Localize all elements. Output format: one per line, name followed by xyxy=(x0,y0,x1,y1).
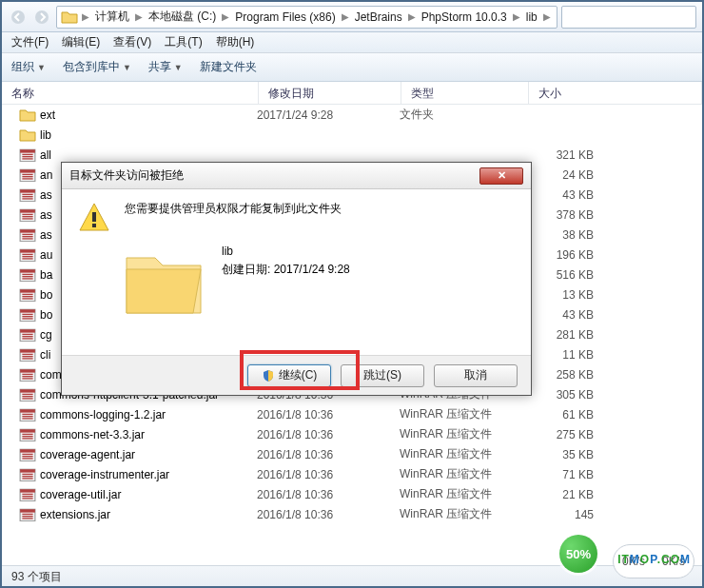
continue-button[interactable]: 继续(C) xyxy=(247,364,331,387)
new-folder-button[interactable]: 新建文件夹 xyxy=(200,59,257,75)
breadcrumb-box[interactable]: ▶计算机 ▶本地磁盘 (C:) ▶Program Files (x86) ▶Je… xyxy=(56,6,557,29)
file-type: WinRAR 压缩文件 xyxy=(400,486,527,502)
svg-rect-18 xyxy=(20,209,35,212)
svg-rect-45 xyxy=(22,316,32,317)
svg-rect-26 xyxy=(22,238,32,239)
menu-edit[interactable]: 编辑(E) xyxy=(62,34,100,50)
crumb[interactable]: 计算机 xyxy=(93,9,131,25)
svg-rect-46 xyxy=(22,318,32,319)
table-row[interactable]: commons-logging-1.2.jar2016/1/8 10:36Win… xyxy=(2,404,702,424)
file-type: WinRAR 压缩文件 xyxy=(400,506,527,522)
svg-rect-43 xyxy=(20,309,35,312)
svg-rect-23 xyxy=(20,229,35,232)
crumb[interactable]: PhpStorm 10.0.3 xyxy=(420,10,509,24)
svg-rect-97 xyxy=(92,212,96,222)
file-size: 145 xyxy=(527,508,594,521)
dialog-titlebar[interactable]: 目标文件夹访问被拒绝 ✕ xyxy=(62,163,531,189)
file-name: coverage-instrumenter.jar xyxy=(40,468,257,481)
svg-rect-51 xyxy=(22,338,32,339)
file-size: 196 KB xyxy=(527,248,594,262)
file-size: 305 KB xyxy=(527,388,594,402)
dialog-created: 创建日期: 2017/1/24 9:28 xyxy=(222,262,350,278)
menu-help[interactable]: 帮助(H) xyxy=(216,34,255,50)
skip-button[interactable]: 跳过(S) xyxy=(341,364,424,387)
archive-icon xyxy=(19,387,36,402)
crumb[interactable]: 本地磁盘 (C:) xyxy=(147,9,218,25)
organize-button[interactable]: 组织 ▼ xyxy=(11,59,46,75)
archive-icon xyxy=(19,147,36,163)
svg-rect-94 xyxy=(22,513,32,514)
nav-forward-button[interactable] xyxy=(31,5,51,29)
share-button[interactable]: 共享 ▼ xyxy=(148,59,183,75)
svg-rect-71 xyxy=(22,418,32,419)
col-date[interactable]: 修改日期 xyxy=(259,82,401,104)
dialog-folder-name: lib xyxy=(222,245,350,258)
svg-rect-61 xyxy=(22,378,32,379)
search-input[interactable] xyxy=(561,6,696,29)
svg-rect-64 xyxy=(22,393,32,394)
file-name: lib xyxy=(40,128,257,142)
dialog-message: 您需要提供管理员权限才能复制到此文件夹 xyxy=(125,201,342,235)
svg-rect-81 xyxy=(22,458,32,459)
menu-file[interactable]: 文件(F) xyxy=(11,34,49,50)
menu-view[interactable]: 查看(V) xyxy=(113,34,151,50)
file-name: commons-net-3.3.jar xyxy=(40,428,257,441)
table-row[interactable]: coverage-instrumenter.jar2016/1/8 10:36W… xyxy=(2,464,702,484)
archive-icon xyxy=(19,467,36,482)
file-date: 2016/1/8 10:36 xyxy=(257,468,400,481)
table-row[interactable]: extensions.jar2016/1/8 10:36WinRAR 压缩文件1… xyxy=(2,504,702,524)
col-name[interactable]: 名称 xyxy=(2,82,259,104)
svg-rect-69 xyxy=(22,413,32,414)
svg-rect-68 xyxy=(20,409,35,412)
file-size: 38 KB xyxy=(527,228,594,242)
svg-rect-8 xyxy=(20,169,35,172)
table-row[interactable]: ext2017/1/24 9:28文件夹 xyxy=(2,105,702,125)
file-type: 文件夹 xyxy=(400,107,527,123)
svg-rect-53 xyxy=(20,349,35,352)
svg-rect-85 xyxy=(22,476,32,477)
close-icon[interactable]: ✕ xyxy=(479,167,523,185)
svg-rect-31 xyxy=(22,258,32,259)
svg-rect-39 xyxy=(22,293,32,294)
table-row[interactable]: coverage-agent.jar2016/1/8 10:36WinRAR 压… xyxy=(2,444,702,464)
svg-rect-88 xyxy=(20,489,35,492)
status-text: 93 个项目 xyxy=(11,570,62,583)
svg-rect-75 xyxy=(22,436,32,437)
svg-rect-16 xyxy=(22,198,32,199)
col-size[interactable]: 大小 xyxy=(529,82,702,104)
svg-rect-11 xyxy=(22,178,32,179)
archive-icon xyxy=(19,187,36,203)
menu-tools[interactable]: 工具(T) xyxy=(165,34,202,50)
table-row[interactable]: commons-net-3.3.jar2016/1/8 10:36WinRAR … xyxy=(2,424,702,444)
svg-rect-84 xyxy=(22,473,32,474)
col-type[interactable]: 类型 xyxy=(401,82,529,104)
include-button[interactable]: 包含到库中 ▼ xyxy=(63,59,131,75)
svg-rect-33 xyxy=(20,269,35,272)
archive-icon xyxy=(19,267,36,283)
nav-back-button[interactable] xyxy=(8,5,28,29)
file-size: 275 KB xyxy=(527,428,594,441)
svg-rect-93 xyxy=(20,509,35,512)
file-type: WinRAR 压缩文件 xyxy=(400,406,527,422)
crumb[interactable]: Program Files (x86) xyxy=(233,10,337,24)
svg-rect-38 xyxy=(20,289,35,292)
svg-rect-44 xyxy=(22,313,32,314)
file-type: WinRAR 压缩文件 xyxy=(400,446,527,462)
file-name: coverage-agent.jar xyxy=(40,448,257,461)
status-bar: 93 个项目 xyxy=(2,565,702,586)
crumb[interactable]: JetBrains xyxy=(353,10,404,24)
file-name: coverage-util.jar xyxy=(40,488,257,501)
cancel-button[interactable]: 取消 xyxy=(434,364,518,387)
table-row[interactable]: lib xyxy=(2,125,702,145)
svg-rect-86 xyxy=(22,478,32,479)
file-date: 2016/1/8 10:36 xyxy=(257,508,400,521)
file-size: 516 KB xyxy=(527,268,594,282)
dialog-title: 目标文件夹访问被拒绝 xyxy=(69,167,184,184)
svg-rect-83 xyxy=(20,469,35,472)
archive-icon xyxy=(19,287,36,303)
file-size: 71 KB xyxy=(527,468,594,481)
archive-icon xyxy=(19,227,36,243)
archive-icon xyxy=(19,487,36,502)
table-row[interactable]: coverage-util.jar2016/1/8 10:36WinRAR 压缩… xyxy=(2,484,702,504)
crumb[interactable]: lib xyxy=(524,10,539,24)
